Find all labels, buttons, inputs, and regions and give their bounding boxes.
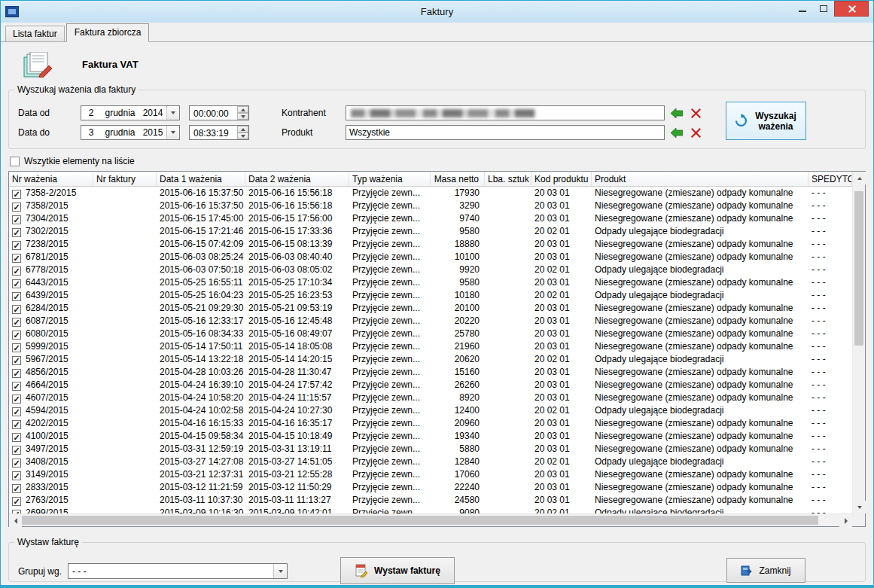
table-row[interactable]: ✓6781/20152015-06-03 08:25:242015-06-03 … [9, 251, 852, 264]
date-from-dropdown-button[interactable] [166, 106, 179, 120]
column-header[interactable]: Nr faktury [93, 172, 157, 186]
table-row[interactable]: ✓6087/20152015-05-16 12:33:172015-05-16 … [9, 315, 852, 328]
table-row[interactable]: ✓7358/20152015-06-16 15:37:502015-06-16 … [9, 200, 852, 212]
date-to-dropdown-button[interactable] [166, 126, 179, 139]
row-checkbox[interactable]: ✓ [12, 190, 21, 199]
row-checkbox[interactable]: ✓ [12, 318, 21, 327]
scroll-left-button[interactable] [9, 514, 22, 527]
row-checkbox[interactable]: ✓ [12, 446, 21, 455]
row-nr-wazenia: 2763/2015 [26, 495, 69, 505]
column-header[interactable]: Masa netto [431, 172, 485, 186]
column-header[interactable]: Typ ważenia [349, 172, 431, 186]
kontrahent-input[interactable] [346, 105, 665, 120]
table-row[interactable]: ✓6080/20152015-05-16 08:34:332015-05-16 … [9, 328, 852, 340]
group-by-select[interactable]: - - - [68, 563, 288, 579]
column-header[interactable]: Data 1 ważenia [157, 172, 245, 186]
time-from-spinner[interactable]: 00:00:00 [189, 105, 249, 120]
row-checkbox[interactable]: ✓ [12, 305, 21, 314]
table-row[interactable]: ✓4856/20152015-04-28 10:03:262015-04-28 … [9, 366, 852, 379]
time-to-spinner[interactable]: 08:33:19 [189, 125, 249, 140]
row-checkbox[interactable]: ✓ [12, 241, 21, 250]
column-header[interactable]: Lba. sztuk [485, 172, 531, 186]
table-row[interactable]: ✓2833/20152015-03-12 11:21:592015-03-12 … [9, 481, 852, 494]
column-header[interactable]: Nr ważenia [9, 172, 93, 186]
row-checkbox[interactable]: ✓ [12, 471, 21, 480]
table-row[interactable]: ✓4100/20152015-04-15 09:58:342015-04-15 … [9, 430, 852, 443]
table-row[interactable]: ✓6284/20152015-05-21 09:29:302015-05-21 … [9, 302, 852, 315]
produkt-insert-button[interactable] [670, 126, 684, 139]
table-row[interactable]: ✓4202/20152015-04-16 16:15:332015-04-16 … [9, 417, 852, 430]
column-header[interactable]: SPEDYTOR [809, 172, 852, 186]
row-checkbox[interactable]: ✓ [12, 407, 21, 416]
vertical-scrollbar[interactable] [852, 172, 865, 513]
row-checkbox[interactable]: ✓ [12, 420, 21, 429]
table-row[interactable]: ✓7304/20152015-06-15 17:45:002015-06-15 … [9, 212, 852, 225]
titlebar[interactable]: Faktury [1, 1, 873, 23]
table-row[interactable]: ✓3149/20152015-03-21 12:37:312015-03-21 … [9, 468, 852, 481]
row-checkbox[interactable]: ✓ [12, 292, 21, 301]
row-checkbox[interactable]: ✓ [12, 433, 21, 442]
column-header[interactable]: Data 2 ważenia [245, 172, 349, 186]
search-weighings-button[interactable]: Wyszukaj ważenia [726, 102, 806, 140]
tab-faktura-zbiorcza[interactable]: Faktura zbiorcza [66, 23, 150, 42]
row-checkbox[interactable]: ✓ [12, 228, 21, 237]
spin-down-button[interactable] [237, 113, 248, 120]
row-checkbox[interactable]: ✓ [12, 254, 21, 263]
date-from-picker[interactable]: 2 grudnia 2014 [81, 105, 180, 120]
table-row[interactable]: ✓4607/20152015-04-24 10:58:202015-04-24 … [9, 391, 852, 404]
row-checkbox[interactable]: ✓ [12, 484, 21, 493]
maximize-button[interactable] [813, 1, 834, 17]
vertical-scroll-thumb[interactable] [854, 191, 863, 346]
row-checkbox[interactable]: ✓ [12, 369, 21, 378]
issue-invoice-button[interactable]: Wystaw fakturę [340, 557, 455, 584]
spin-down-button[interactable] [237, 133, 248, 139]
row-checkbox[interactable]: ✓ [12, 395, 21, 404]
table-row[interactable]: ✓2699/20152015-03-09 10:16:302015-03-09 … [9, 507, 852, 513]
row-checkbox[interactable]: ✓ [12, 343, 21, 352]
table-row[interactable]: ✓5967/20152015-05-14 13:22:182015-05-14 … [9, 353, 852, 366]
minimize-button[interactable] [792, 1, 813, 17]
table-row[interactable]: ✓7238/20152015-06-15 07:42:092015-06-15 … [9, 238, 852, 251]
table-row[interactable]: ✓6778/20152015-06-03 07:50:182015-06-03 … [9, 264, 852, 276]
group-by-dropdown-button[interactable] [273, 564, 287, 578]
scroll-down-button[interactable] [853, 501, 866, 513]
table-row[interactable]: ✓7358-2/20152015-06-16 15:37:502015-06-1… [9, 187, 852, 200]
date-to-picker[interactable]: 3 grudnia 2015 [81, 125, 180, 140]
zamknij-button[interactable]: Zamknij [726, 558, 805, 583]
row-checkbox[interactable]: ✓ [12, 267, 21, 276]
row-checkbox[interactable]: ✓ [12, 331, 21, 340]
column-header[interactable]: Produkt [592, 172, 809, 186]
table-row[interactable]: ✓3408/20152015-03-27 14:27:082015-03-27 … [9, 455, 852, 468]
cell-nr-wazenia: ✓4100/2015 [9, 430, 93, 443]
row-checkbox[interactable]: ✓ [12, 279, 21, 288]
row-checkbox[interactable]: ✓ [12, 497, 21, 506]
horizontal-scroll-thumb[interactable] [22, 516, 818, 525]
row-checkbox[interactable]: ✓ [12, 215, 21, 224]
horizontal-scrollbar[interactable] [9, 513, 852, 526]
select-all-checkbox[interactable] [10, 157, 20, 166]
row-nr-wazenia: 6087/2015 [26, 315, 69, 326]
row-checkbox[interactable]: ✓ [12, 459, 21, 468]
scroll-up-button[interactable] [853, 172, 866, 184]
table-row[interactable]: ✓6439/20152015-05-25 16:04:232015-05-25 … [9, 289, 852, 302]
table-row[interactable]: ✓7302/20152015-06-15 17:21:462015-06-15 … [9, 225, 852, 238]
table-row[interactable]: ✓5999/20152015-05-14 17:50:112015-05-14 … [9, 340, 852, 353]
row-checkbox[interactable]: ✓ [12, 382, 21, 391]
produkt-clear-button[interactable] [689, 126, 702, 139]
table-row[interactable]: ✓4594/20152015-04-24 10:02:582015-04-24 … [9, 404, 852, 417]
kontrahent-clear-button[interactable] [689, 107, 702, 119]
produkt-input[interactable]: Wszystkie [346, 125, 665, 140]
table-row[interactable]: ✓2763/20152015-03-11 10:37:302015-03-11 … [9, 494, 852, 507]
column-header[interactable]: Kod produktu [531, 172, 592, 186]
kontrahent-insert-button[interactable] [670, 107, 684, 119]
spin-up-button[interactable] [237, 126, 248, 133]
row-checkbox[interactable]: ✓ [12, 356, 21, 365]
table-row[interactable]: ✓3497/20152015-03-31 12:59:192015-03-31 … [9, 443, 852, 455]
table-row[interactable]: ✓6443/20152015-05-25 16:55:112015-05-25 … [9, 276, 852, 289]
spin-up-button[interactable] [237, 106, 248, 113]
tab-lista-faktur[interactable]: Lista faktur [5, 26, 65, 41]
scroll-right-button[interactable] [839, 514, 852, 527]
table-row[interactable]: ✓4664/20152015-04-24 16:39:102015-04-24 … [9, 379, 852, 391]
row-checkbox[interactable]: ✓ [12, 203, 21, 212]
close-button[interactable] [834, 1, 869, 17]
